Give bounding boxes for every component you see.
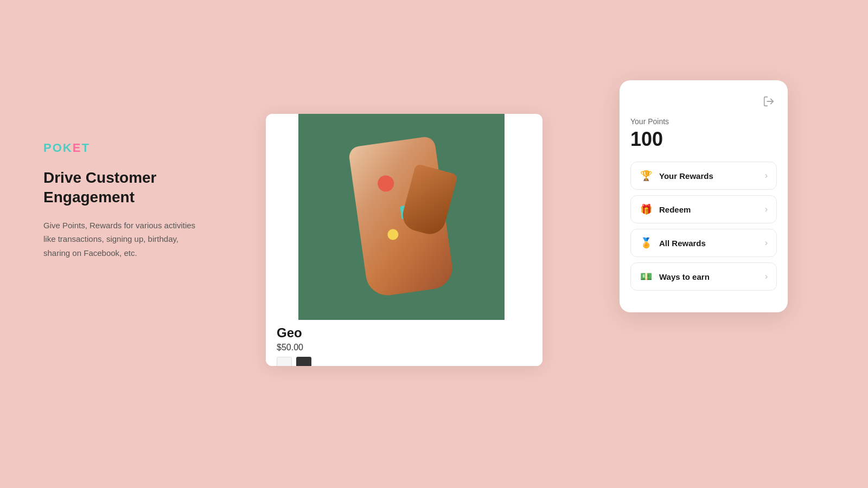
swatch-dark[interactable] xyxy=(296,357,311,366)
redeem-chevron: › xyxy=(765,204,768,214)
left-section: POKET Drive Customer Engagement Give Poi… xyxy=(43,141,206,260)
exit-icon[interactable] xyxy=(761,93,777,110)
swatch-light[interactable] xyxy=(277,357,292,366)
all-rewards-chevron: › xyxy=(765,238,768,248)
scarf-pattern-1 xyxy=(376,174,395,192)
logo-t: T xyxy=(81,141,90,155)
trophy-icon: 🏆 xyxy=(640,170,653,182)
widget-header xyxy=(630,93,777,110)
gift-icon: 🎁 xyxy=(640,203,653,215)
redeem-left: 🎁 Redeem xyxy=(640,203,691,215)
rewards-widget: Your Points 100 🏆 Your Rewards › 🎁 Redee… xyxy=(620,80,788,312)
product-card: Geo $50.00 xyxy=(266,114,542,366)
medal-icon: 🏅 xyxy=(640,237,653,249)
description: Give Points, Rewards for various activit… xyxy=(43,219,206,260)
ways-to-earn-item[interactable]: 💵 Ways to earn › xyxy=(630,262,777,291)
product-title: Geo xyxy=(277,325,532,341)
your-rewards-left: 🏆 Your Rewards xyxy=(640,170,713,182)
ways-to-earn-label: Ways to earn xyxy=(659,272,710,281)
logo-e: E xyxy=(73,141,82,155)
your-rewards-label: Your Rewards xyxy=(659,171,713,181)
ways-to-earn-left: 💵 Ways to earn xyxy=(640,271,710,282)
scarf-pattern-3 xyxy=(387,228,399,241)
your-rewards-item[interactable]: 🏆 Your Rewards › xyxy=(630,162,777,190)
product-color-swatches xyxy=(277,357,532,366)
all-rewards-left: 🏅 All Rewards xyxy=(640,237,706,249)
headline: Drive Customer Engagement xyxy=(43,168,206,208)
redeem-item[interactable]: 🎁 Redeem › xyxy=(630,195,777,223)
points-label: Your Points xyxy=(630,117,777,126)
scarf-illustration xyxy=(347,136,456,298)
product-info: Geo $50.00 xyxy=(266,320,542,366)
logo: POKET xyxy=(43,141,206,155)
your-rewards-chevron: › xyxy=(765,171,768,181)
points-value: 100 xyxy=(630,128,777,151)
money-icon: 💵 xyxy=(640,271,653,282)
ways-to-earn-chevron: › xyxy=(765,272,768,281)
all-rewards-item[interactable]: 🏅 All Rewards › xyxy=(630,229,777,257)
logo-pok: POK xyxy=(43,141,73,155)
product-image-area xyxy=(298,114,505,320)
all-rewards-label: All Rewards xyxy=(659,239,706,248)
redeem-label: Redeem xyxy=(659,205,691,214)
product-price: $50.00 xyxy=(277,343,532,352)
